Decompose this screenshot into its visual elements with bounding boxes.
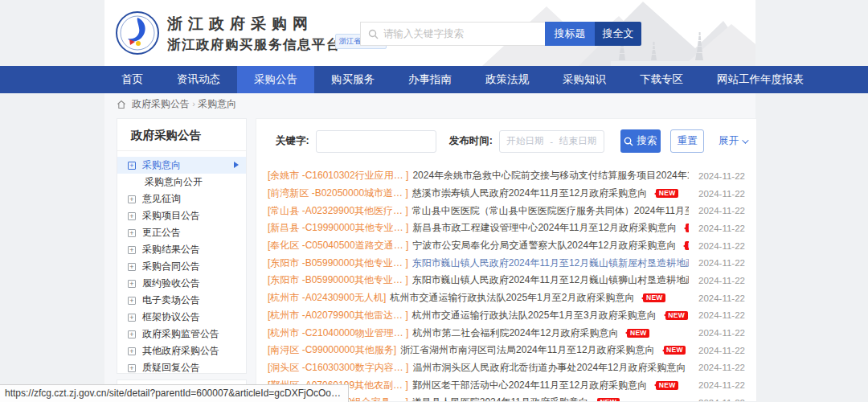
expand-plus-icon[interactable] bbox=[128, 195, 136, 203]
announcement-link[interactable]: [洞头区 -C16030300数字内容… ]温州市洞头区人民政府北岙街道办事处2… bbox=[268, 361, 689, 375]
announcement-link[interactable]: [杭州市 -C21040000物业管理… ]杭州市第二社会福利院2024年12月… bbox=[268, 326, 689, 340]
announcement-row[interactable]: [东阳市 -B05990000其他专业… ]东阳市巍山镇人民政府2024年11月… bbox=[268, 272, 745, 289]
announcement-category-prefix: [奉化区 -C05040500道路交通… ] bbox=[268, 239, 408, 252]
sidebar-item[interactable]: 履约验收公告 bbox=[117, 275, 246, 292]
announcement-link[interactable]: [奉化区 -C05040500道路交通… ]宁波市公安局奉化分局交通警察大队20… bbox=[268, 239, 689, 252]
nav-item[interactable]: 政策法规 bbox=[469, 66, 546, 93]
announcement-row[interactable]: [奉化区 -C05040500道路交通… ]宁波市公安局奉化分局交通警察大队20… bbox=[268, 237, 745, 255]
announcement-category-prefix: [南浔区 -C99000000其他服务] bbox=[268, 343, 396, 357]
expand-plus-icon[interactable] bbox=[128, 162, 136, 170]
sidebar-item[interactable]: 意见征询 bbox=[117, 191, 246, 207]
announcement-row[interactable]: [洞头区 -C16030300数字内容… ]温州市洞头区人民政府北岙街道办事处2… bbox=[268, 359, 745, 377]
nav-item[interactable]: 网站工作年度报表 bbox=[700, 66, 821, 93]
sidebar-subitem[interactable]: 采购意向公开 bbox=[117, 174, 246, 191]
nav-item[interactable]: 首页 bbox=[104, 66, 160, 93]
sidebar-title: 政府采购公告 bbox=[117, 119, 246, 151]
breadcrumb-item[interactable]: 政府采购公告 bbox=[132, 98, 192, 109]
announcement-link[interactable]: [前湾新区 -B02050000城市道… ]慈溪市崇寿镇人民政府2024年11月… bbox=[268, 187, 689, 200]
announcement-row[interactable]: [新昌县 -C19990000其他专业… ]新昌县市政工程建设管理中心2024年… bbox=[268, 219, 745, 237]
keyword-input[interactable] bbox=[316, 130, 436, 153]
sidebar-item[interactable]: 政府采购监管公告 bbox=[117, 326, 246, 343]
announcement-title: 2024年余姚市急救中心院前交接与移动支付结算服务项目2024年11月至12月… bbox=[412, 169, 689, 183]
announcement-category-prefix: [杭州市 -A02430900无人机] bbox=[268, 291, 386, 305]
search-box[interactable] bbox=[360, 22, 545, 46]
nav-item[interactable]: 办事指南 bbox=[391, 66, 469, 93]
sidebar-item[interactable]: 框架协议公告 bbox=[117, 309, 246, 326]
nav-item[interactable]: 采购公告 bbox=[237, 66, 314, 93]
sidebar-item[interactable]: 质疑回复公告 bbox=[117, 359, 246, 376]
search-icon bbox=[624, 137, 633, 146]
search-button[interactable]: 搜索 bbox=[620, 129, 661, 153]
announcement-date: 2024-11-22 bbox=[698, 380, 745, 390]
expand-plus-icon[interactable] bbox=[128, 364, 136, 372]
announcement-category-prefix: [前湾新区 -B02050000城市道… ] bbox=[268, 187, 408, 200]
expand-plus-icon[interactable] bbox=[128, 314, 136, 322]
sidebar-item-label: 采购结果公告 bbox=[142, 243, 200, 256]
announcement-link[interactable]: [常山县 -A02329900其他医疗… ]常山县中医医院（常山县中医医院医疗服… bbox=[268, 204, 689, 218]
sidebar-item-label: 采购合同公告 bbox=[142, 260, 200, 273]
announcement-link[interactable]: [新昌县 -C19990000其他专业… ]新昌县市政工程建设管理中心2024年… bbox=[268, 221, 689, 235]
announcement-link[interactable]: [南浔区 -C99000000其他服务]浙江省湖州市南浔区司法局2024年11月… bbox=[268, 343, 689, 357]
search-fulltext-button[interactable]: 搜全文 bbox=[595, 22, 641, 46]
announcement-row[interactable]: [常山县 -A02329900其他医疗… ]常山县中医医院（常山县中医医院医疗服… bbox=[268, 202, 745, 219]
site-logo[interactable] bbox=[116, 11, 159, 55]
sidebar-item[interactable]: 采购意向 bbox=[117, 157, 246, 174]
announcement-title: 新昌县市政工程建设管理中心2024年11月至12月政府采购意向 bbox=[412, 221, 677, 235]
announcement-link[interactable]: [杭州市 -A02430900无人机]杭州市交通运输行政执法队2025年1月至2… bbox=[268, 291, 689, 305]
nav-item[interactable]: 购买服务 bbox=[314, 66, 391, 93]
announcement-row[interactable]: [东阳市 -B05990000其他专业… ]东阳市巍山镇人民政府2024年11月… bbox=[268, 254, 745, 272]
announcement-link[interactable]: [东阳市 -B05990000其他专业… ]东阳市巍山镇人民政府2024年11月… bbox=[268, 273, 689, 287]
announcement-title: 东阳市巍山镇人民政府2024年11月至12月巍山镇新屋村垦造耕地政府采购意向 bbox=[412, 256, 689, 270]
expand-plus-icon[interactable] bbox=[128, 263, 136, 271]
announcement-row[interactable]: [杭州市 -A02079900其他雷达… ]杭州市交通运输行政执法队2025年1… bbox=[268, 307, 745, 325]
announcement-row[interactable]: [南浔区 -C99000000其他服务]浙江省湖州市南浔区司法局2024年11月… bbox=[268, 342, 745, 359]
site-title: 浙江政府采购网 bbox=[167, 14, 341, 35]
home-icon[interactable] bbox=[117, 100, 126, 109]
status-url-tooltip: https://zfcg.czt.zj.gov.cn/site/detail?p… bbox=[0, 384, 349, 402]
announcement-date: 2024-11-22 bbox=[698, 224, 745, 233]
announcement-title: 杭州市交通运输行政执法队2025年1月至3月政府采购意向 bbox=[412, 309, 657, 322]
expand-plus-icon[interactable] bbox=[128, 212, 136, 220]
nav-item[interactable]: 采购知识 bbox=[546, 66, 623, 93]
announcement-row[interactable]: [杭州市 -A02430900无人机]杭州市交通运输行政执法队2025年1月至2… bbox=[268, 289, 745, 307]
sidebar-item[interactable]: 其他政府采购公告 bbox=[117, 343, 246, 359]
expand-plus-icon[interactable] bbox=[128, 330, 136, 338]
sidebar-item-label: 框架协议公告 bbox=[142, 310, 200, 324]
announcement-link[interactable]: [余姚市 -C16010302行业应用… ]2024年余姚市急救中心院前交接与移… bbox=[268, 169, 689, 183]
sidebar-item[interactable]: 采购结果公告 bbox=[117, 241, 246, 258]
announcement-row[interactable]: [杭州市 -C21040000物业管理… ]杭州市第二社会福利院2024年12月… bbox=[268, 324, 745, 342]
expand-plus-icon[interactable] bbox=[128, 280, 136, 288]
new-badge: NEW bbox=[643, 293, 665, 302]
expand-plus-icon[interactable] bbox=[128, 297, 136, 305]
sidebar-item[interactable]: 电子卖场公告 bbox=[117, 292, 246, 309]
announcement-row[interactable]: [前湾新区 -B02050000城市道… ]慈溪市崇寿镇人民政府2024年11月… bbox=[268, 185, 745, 203]
announcement-link[interactable]: [杭州市 -A02079900其他雷达… ]杭州市交通运输行政执法队2025年1… bbox=[268, 309, 689, 322]
new-badge: NEW bbox=[597, 398, 620, 402]
sidebar-item[interactable]: 采购合同公告 bbox=[117, 258, 246, 275]
sidebar-item-label: 更正公告 bbox=[142, 226, 181, 240]
announcement-link[interactable]: [东阳市 -B05990000其他专业… ]东阳市巍山镇人民政府2024年11月… bbox=[268, 256, 689, 270]
sidebar-item[interactable]: 更正公告 bbox=[117, 224, 246, 241]
new-badge: NEW bbox=[627, 329, 649, 338]
announcement-title: 浙江省湖州市南浔区司法局2024年11月至12月政府采购意向 bbox=[400, 343, 655, 357]
search-title-button[interactable]: 搜标题 bbox=[545, 22, 595, 46]
announcement-title: 慈溪市崇寿镇人民政府2024年11月至12月政府采购意向 bbox=[412, 187, 648, 200]
announcement-title: 杭州市交通运输行政执法队2025年1月至2月政府采购意向 bbox=[390, 291, 634, 305]
expand-plus-icon[interactable] bbox=[128, 347, 136, 355]
nav-item[interactable]: 下载专区 bbox=[623, 66, 700, 93]
expand-plus-icon[interactable] bbox=[128, 229, 136, 237]
search-input[interactable] bbox=[383, 28, 538, 39]
site-subtitle: 浙江政府购买服务信息平台 bbox=[167, 36, 341, 54]
breadcrumb: 政府采购公告 › 采购意向 bbox=[117, 97, 236, 111]
sidebar-item-label: 履约验收公告 bbox=[142, 277, 200, 290]
site-brand: 浙江政府采购网 浙江政府购买服务信息平台 bbox=[167, 14, 341, 54]
expand-toggle[interactable]: 展开 bbox=[719, 134, 747, 148]
reset-button[interactable]: 重置 bbox=[670, 129, 704, 153]
announcement-category-prefix: [常山县 -A02329900其他医疗… ] bbox=[268, 204, 408, 218]
chevron-down-icon bbox=[742, 137, 748, 143]
nav-item[interactable]: 资讯动态 bbox=[160, 66, 237, 93]
announcement-row[interactable]: [余姚市 -C16010302行业应用… ]2024年余姚市急救中心院前交接与移… bbox=[268, 167, 745, 185]
sidebar-item[interactable]: 采购项目公告 bbox=[117, 207, 246, 224]
expand-plus-icon[interactable] bbox=[128, 246, 136, 254]
date-range-picker[interactable]: 开始日期 - 结束日期 bbox=[499, 130, 604, 153]
